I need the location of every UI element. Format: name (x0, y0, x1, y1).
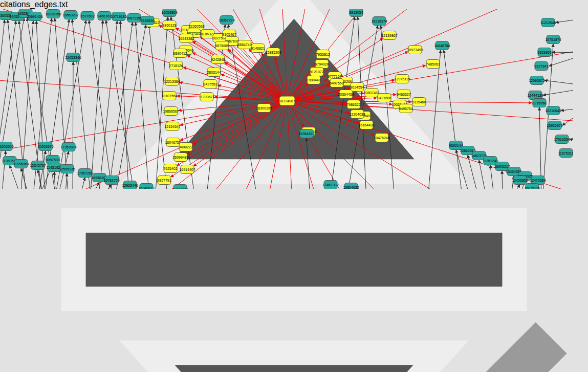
graph-node-label: 10868567 (163, 110, 179, 113)
graph-edge[interactable] (502, 171, 503, 189)
graph-node-label: 20206576 (37, 145, 53, 148)
citation-graph[interactable]: 7963822886012889129342226053898275051654… (0, 9, 573, 189)
graph-node-label: 17359924 (60, 145, 76, 149)
graph-edge[interactable] (562, 113, 573, 125)
graph-edge[interactable] (120, 21, 129, 189)
window-resize-grip[interactable] (0, 191, 588, 372)
graph-node-label: 16053809 (161, 11, 177, 14)
graph-node-label: 2718126 (169, 64, 183, 68)
cytoscape-app: citations_edges.txt 79638228860128891293… (0, 0, 588, 372)
graph-node-label: 15354574 (298, 132, 314, 136)
graph-node-label: 9097588 (46, 158, 59, 162)
graph-edge[interactable] (287, 101, 323, 189)
graph-node-label: 16543382 (178, 37, 194, 40)
graph-node-label: 12923446 (122, 184, 138, 187)
graph-node-label: 12213384 (164, 80, 180, 83)
graph-edge[interactable] (192, 53, 279, 97)
graph-node-label: 17957253 (77, 171, 93, 175)
graph-edge[interactable] (510, 185, 520, 189)
graph-node-label: 9495784 (399, 107, 412, 111)
graph-node-label: 2803144 (207, 71, 221, 74)
graph-node-label: 8813054 (349, 11, 363, 14)
graph-node-label: 10719185 (111, 15, 126, 18)
graph-node-label: 9329966 (537, 51, 551, 54)
graph-node-label: 9463627 (397, 93, 410, 96)
graph-edge[interactable] (187, 55, 280, 97)
graph-node-label: 17016534 (554, 138, 570, 141)
graph-edge[interactable] (556, 19, 573, 23)
graph-edge[interactable] (183, 67, 279, 98)
graph-node-label: 11700671 (199, 95, 215, 99)
graph-node-label: 26099489 (172, 156, 188, 159)
graph-node-label: 16249813 (138, 186, 154, 189)
graph-edge[interactable] (79, 178, 85, 189)
graph-edge[interactable] (552, 52, 573, 53)
graph-node-label: 7986322 (346, 103, 360, 106)
graph-edge[interactable] (287, 101, 573, 151)
graph-node-label: 16905217 (494, 165, 510, 168)
graph-edge[interactable] (561, 108, 573, 111)
graph-node-label: 16671355 (126, 16, 142, 20)
graph-edge[interactable] (570, 139, 573, 141)
graph-node-label: 1527602 (80, 14, 94, 18)
graph-node-label: 9466162 (97, 14, 111, 18)
graph-node-label: 9121072 (310, 70, 323, 74)
graph-edge[interactable] (549, 56, 573, 66)
graph-edge[interactable] (155, 17, 168, 189)
graph-node-label: 11212045 (540, 21, 556, 25)
graph-node-label: 8854749 (237, 43, 251, 47)
graph-node-label: 12505135 (59, 167, 75, 171)
graph-edge[interactable] (287, 9, 573, 101)
graph-node-label: 9875685 (215, 44, 229, 48)
network-window-title: citations_edges.txt (0, 0, 588, 9)
network-window: citations_edges.txt 79638228860128891293… (0, 0, 588, 372)
graph-node-label: 6497568 (330, 81, 343, 85)
graph-edge[interactable] (307, 138, 310, 189)
graph-node-label: 9592144 (449, 144, 463, 147)
graph-node-label: 15824632 (343, 186, 359, 189)
graph-node-label: 10653287 (62, 13, 78, 17)
graph-edge[interactable] (10, 165, 22, 189)
graph-node-label: 16648784 (434, 44, 450, 48)
graph-node-label: 16164430 (358, 123, 374, 127)
graph-node-label: 17457392 (322, 183, 338, 187)
graph-node-label: 12093872 (529, 79, 545, 82)
graph-node-label: 20364436 (338, 93, 354, 96)
graph-edge[interactable] (287, 9, 573, 101)
graph-node-label: 3624554 (350, 85, 364, 89)
graph-node-label: 21053346 (65, 56, 81, 59)
graph-edge[interactable] (54, 172, 56, 189)
graph-node-label: 12139867 (381, 34, 397, 37)
graph-node-label: 18724007 (279, 99, 295, 103)
graph-node-label: 9242848 (211, 58, 225, 61)
graph-node-label: 7485063 (426, 62, 440, 66)
graph-node-label: 16046755 (165, 141, 181, 144)
graph-edge[interactable] (287, 9, 573, 101)
graph-node-label: 15751874 (545, 38, 561, 41)
network-window-titlebar[interactable]: citations_edges.txt (0, 0, 588, 9)
network-canvas[interactable]: 7963822886012889129342226053898275051654… (0, 9, 588, 372)
graph-node-label: 9498222 (179, 145, 192, 149)
graph-node-label: 18300295 (256, 106, 272, 110)
graph-node-label: 16782759 (103, 179, 119, 182)
graph-node-label: 8427552 (203, 82, 217, 86)
graph-edge[interactable] (428, 50, 441, 189)
graph-edge[interactable] (287, 9, 573, 101)
graph-node-label: 9115460 (412, 100, 426, 104)
graph-edge[interactable] (490, 165, 494, 189)
graph-edge[interactable] (543, 89, 573, 95)
graph-node-label: 12342757 (30, 164, 46, 167)
graph-node-label: 10807487 (363, 91, 379, 95)
graph-edge[interactable] (65, 173, 67, 189)
graph-edge[interactable] (90, 20, 103, 189)
graph-node-label: 1990448 (307, 78, 320, 82)
graph-node-label: 16914407 (179, 168, 195, 171)
graph-edge[interactable] (106, 20, 135, 189)
graph-node-label: 11251243 (483, 159, 498, 163)
graph-edge[interactable] (287, 9, 573, 101)
graph-edge[interactable] (115, 25, 146, 189)
graph-node-label: 12456852 (512, 179, 528, 182)
graph-node-label: 15932971 (547, 124, 562, 127)
graph-edge[interactable] (545, 80, 573, 85)
graph-node-label: 18107554 (161, 94, 177, 98)
